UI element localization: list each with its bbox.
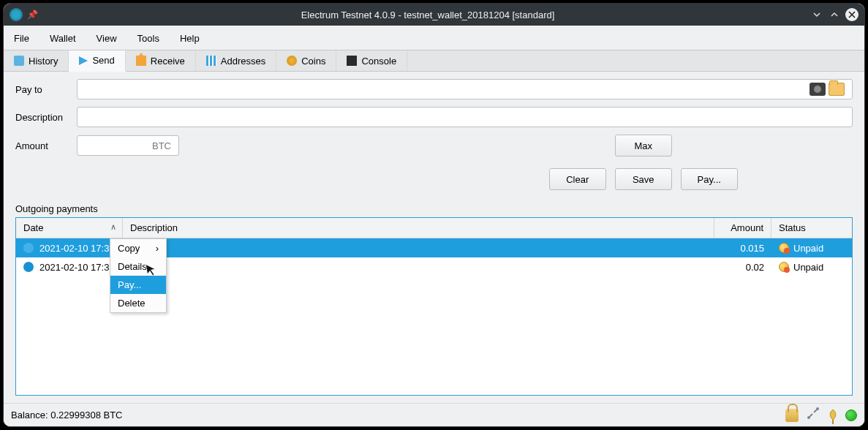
context-delete[interactable]: Delete [110,294,166,312]
console-icon [347,56,357,66]
maximize-button[interactable] [828,8,841,21]
send-icon [79,56,88,65]
menu-wallet[interactable]: Wallet [39,29,86,48]
unpaid-icon [779,243,789,253]
tab-coins[interactable]: Coins [276,50,336,71]
tab-label: Addresses [221,56,265,67]
unpaid-icon [779,262,789,272]
bitcoin-icon [23,243,34,253]
max-button[interactable]: Max [615,135,672,156]
svg-point-1 [816,407,819,410]
cell-amount: 0.02 [714,257,771,277]
network-status-icon[interactable] [845,410,857,421]
pay-button[interactable]: Pay... [681,168,738,190]
statusbar: Balance: 0.22999308 BTC [4,403,864,426]
outgoing-title: Outgoing payments [15,203,853,214]
cell-description [126,263,714,271]
menu-view[interactable]: View [86,29,127,48]
cell-status: Unpaid [771,257,852,277]
bitcoin-icon [23,262,34,272]
menu-help[interactable]: Help [170,29,210,48]
history-icon [14,56,24,66]
lock-icon[interactable] [785,409,799,422]
tab-console[interactable]: Console [336,50,407,71]
balance-label: Balance: 0.22999308 BTC [11,410,785,420]
menubar: File Wallet View Tools Help [4,26,864,50]
chevron-right-icon: › [156,243,159,254]
col-description[interactable]: Description [123,218,714,238]
payto-input[interactable] [77,79,853,99]
tab-history[interactable]: History [4,50,69,71]
app-icon [10,8,23,21]
minimize-button[interactable] [810,8,823,21]
sort-asc-icon: ∧ [110,222,116,232]
close-button[interactable] [845,8,858,21]
tab-label: History [29,56,58,67]
menu-file[interactable]: File [4,29,39,48]
clear-button[interactable]: Clear [549,168,606,190]
tab-label: Receive [151,56,185,67]
amount-label: Amount [15,140,77,151]
tab-send[interactable]: Send [69,50,125,72]
folder-icon[interactable] [829,83,845,96]
description-input[interactable] [77,107,853,127]
tab-label: Send [92,55,114,66]
tab-receive[interactable]: Receive [126,50,196,71]
tabbar: History Send Receive Addresses Coins Con… [4,50,864,72]
app-window: 📌 Electrum Testnet 4.0.9 - testnet_walle… [3,3,865,427]
table-header: Date ∧ Description Amount Status [16,218,852,238]
context-copy[interactable]: Copy › [110,239,166,257]
send-panel: Pay to Description Amount BTC Max [4,72,864,403]
payto-label: Pay to [15,84,77,95]
titlebar: 📌 Electrum Testnet 4.0.9 - testnet_walle… [4,4,864,26]
camera-icon[interactable] [809,83,826,96]
menu-tools[interactable]: Tools [127,29,170,48]
cell-description [126,244,714,252]
col-amount[interactable]: Amount [714,218,771,238]
seed-icon[interactable] [828,408,838,423]
outgoing-table: Date ∧ Description Amount Status 2021-02… [15,217,853,396]
cell-amount: 0.015 [714,238,771,258]
window-title: Electrum Testnet 4.0.9 - testnet_wallet_… [45,10,810,20]
coins-icon [287,56,297,66]
col-status[interactable]: Status [771,218,852,238]
tab-label: Console [361,56,396,67]
amount-input[interactable]: BTC [77,135,179,156]
pin-icon[interactable]: 📌 [27,10,38,20]
tab-addresses[interactable]: Addresses [196,50,276,71]
receive-icon [136,56,146,66]
col-date[interactable]: Date ∧ [16,218,123,238]
amount-unit: BTC [152,140,171,151]
addresses-icon [206,56,216,66]
save-button[interactable]: Save [615,168,672,190]
tab-label: Coins [301,56,325,67]
tools-icon[interactable] [806,406,820,424]
description-label: Description [15,112,77,123]
svg-point-0 [807,416,810,419]
cell-status: Unpaid [771,238,852,258]
